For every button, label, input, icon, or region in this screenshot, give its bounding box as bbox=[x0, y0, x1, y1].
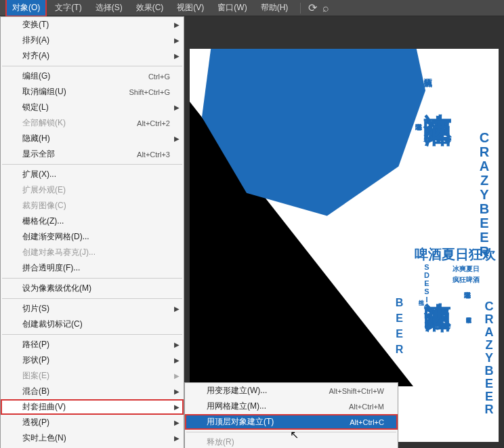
menu-blend[interactable]: 混合(B)▶ bbox=[1, 384, 184, 399]
menu-hide[interactable]: 隐藏(H)▶ bbox=[1, 131, 184, 146]
menu-perspective[interactable]: 透视(P)▶ bbox=[1, 415, 184, 430]
submenu-arrow-icon: ▶ bbox=[174, 419, 180, 426]
menu-label: 路径(P) bbox=[22, 339, 49, 350]
submenu-arrow-icon: ▶ bbox=[174, 21, 180, 28]
submenu-arrow-icon: ▶ bbox=[174, 403, 180, 411]
submenu-arrow-icon: ▶ bbox=[174, 104, 180, 111]
toolbar-icons: ⟳ ⌕ bbox=[308, 3, 331, 13]
menu-expand-appearance: 扩展外观(E) bbox=[1, 182, 184, 198]
menu-window[interactable]: 窗口(W) bbox=[212, 0, 252, 16]
menu-label: 实时上色(N) bbox=[22, 432, 66, 444]
cursor-icon: ↖ bbox=[290, 428, 299, 441]
menubar-separator bbox=[300, 3, 301, 14]
menu-unlock-all: 全部解锁(K)Alt+Ctrl+2 bbox=[1, 115, 184, 131]
sync-icon[interactable]: ⟳ bbox=[308, 3, 317, 13]
menu-separator bbox=[2, 66, 182, 66]
menu-separator bbox=[2, 164, 182, 165]
menu-label: 锁定(L) bbox=[22, 102, 49, 113]
menu-show-all[interactable]: 显示全部Alt+Ctrl+3 bbox=[1, 146, 184, 162]
menu-path[interactable]: 路径(P)▶ bbox=[1, 337, 184, 352]
shortcut: Alt+Ctrl+3 bbox=[137, 150, 170, 159]
menu-label: 形状(P) bbox=[22, 354, 49, 366]
menu-flatten-transparency[interactable]: 拼合透明度(F)... bbox=[1, 260, 184, 276]
menu-gradient-mesh[interactable]: 创建渐变网格(D)... bbox=[1, 229, 184, 245]
menu-label: 裁剪图像(C) bbox=[22, 200, 66, 211]
menu-label: 全部解锁(K) bbox=[22, 117, 66, 129]
menu-label: 用顶层对象建立(T) bbox=[207, 416, 274, 428]
menu-pixel-perfect[interactable]: 设为像素级优化(M) bbox=[1, 281, 184, 296]
menu-label: 创建对象马赛克(J)... bbox=[22, 247, 96, 258]
art-text-crazy2: 疯狂啤酒 bbox=[453, 275, 480, 285]
art-text-beerv: BEER bbox=[393, 297, 405, 359]
menu-effect[interactable]: 效果(C) bbox=[131, 0, 169, 16]
shortcut: Ctrl+G bbox=[148, 73, 170, 81]
menu-label: 用变形建立(W)... bbox=[207, 385, 267, 396]
shortcut: Alt+Ctrl+M bbox=[349, 403, 384, 411]
menu-select[interactable]: 选择(S) bbox=[90, 0, 128, 16]
object-menu-dropdown: 变换(T)▶ 排列(A)▶ 对齐(A)▶ 编组(G)Ctrl+G 取消编组(U)… bbox=[0, 16, 184, 448]
menu-label: 排列(A) bbox=[22, 35, 49, 46]
menu-expand[interactable]: 扩展(X)... bbox=[1, 167, 184, 182]
menu-label: 扩展(X)... bbox=[22, 169, 56, 180]
submenu-arrow-icon: ▶ bbox=[174, 388, 180, 395]
submenu-arrow-icon: ▶ bbox=[174, 37, 180, 44]
menu-label: 拼合透明度(F)... bbox=[22, 262, 80, 274]
menu-label: 变换(T) bbox=[22, 19, 49, 30]
menu-text[interactable]: 文字(T) bbox=[49, 0, 87, 16]
menu-label: 创建裁切标记(C) bbox=[22, 319, 83, 330]
menu-trim-marks[interactable]: 创建裁切标记(C) bbox=[1, 317, 184, 332]
submenu-arrow-icon: ▶ bbox=[174, 434, 180, 442]
menu-arrange[interactable]: 排列(A)▶ bbox=[1, 33, 184, 48]
shortcut: Alt+Ctrl+C bbox=[350, 418, 384, 426]
menu-live-paint[interactable]: 实时上色(N)▶ bbox=[1, 430, 184, 446]
submenu-make-warp[interactable]: 用变形建立(W)...Alt+Shift+Ctrl+W bbox=[185, 383, 398, 399]
menu-view[interactable]: 视图(V) bbox=[171, 0, 209, 16]
menu-label: 用网格建立(M)... bbox=[207, 401, 266, 412]
submenu-arrow-icon: ▶ bbox=[174, 357, 180, 364]
menu-label: 编组(G) bbox=[22, 70, 50, 82]
menu-align[interactable]: 对齐(A)▶ bbox=[1, 48, 184, 64]
menu-label: 设为像素级优化(M) bbox=[22, 283, 91, 294]
art-text-bigcool2: 冰爽啤酒 bbox=[419, 281, 457, 283]
submenu-arrow-icon: ▶ bbox=[174, 52, 180, 60]
menu-label: 扩展外观(E) bbox=[22, 184, 66, 196]
menu-envelope-distort[interactable]: 封套扭曲(V)▶ bbox=[1, 399, 184, 415]
menu-pattern: 图案(E)▶ bbox=[1, 368, 184, 384]
menu-separator bbox=[2, 334, 182, 335]
menu-ungroup[interactable]: 取消编组(U)Shift+Ctrl+G bbox=[1, 84, 184, 100]
shortcut: Alt+Ctrl+2 bbox=[137, 119, 170, 127]
menubar: 对象(O) 文字(T) 选择(S) 效果(C) 视图(V) 窗口(W) 帮助(H… bbox=[0, 0, 504, 16]
menu-object-mosaic: 创建对象马赛克(J)... bbox=[1, 245, 184, 260]
menu-label: 图案(E) bbox=[22, 370, 49, 382]
menu-slice[interactable]: 切片(S)▶ bbox=[1, 301, 184, 317]
menu-group[interactable]: 编组(G)Ctrl+G bbox=[1, 68, 184, 84]
search-icon[interactable]: ⌕ bbox=[321, 3, 331, 13]
menu-rasterize[interactable]: 栅格化(Z)... bbox=[1, 213, 184, 229]
art-text-summer2: 啤酒夏日狂欢 bbox=[415, 245, 496, 264]
menu-label: 显示全部 bbox=[22, 148, 55, 160]
menu-label: 取消编组(U) bbox=[22, 86, 66, 98]
submenu-arrow-icon: ▶ bbox=[174, 135, 180, 142]
menu-label: 混合(B) bbox=[22, 386, 49, 397]
art-text-sdesign2: SDESIGN bbox=[423, 263, 431, 320]
menu-label: 栅格化(Z)... bbox=[22, 216, 64, 227]
menu-label: 封套扭曲(V) bbox=[22, 401, 66, 413]
menu-lock[interactable]: 锁定(L)▶ bbox=[1, 100, 184, 115]
menu-label: 释放(R) bbox=[207, 436, 234, 448]
menu-help[interactable]: 帮助(H) bbox=[255, 0, 294, 16]
menu-label: 切片(S) bbox=[22, 303, 49, 314]
menu-object[interactable]: 对象(O) bbox=[5, 0, 47, 17]
shortcut: Shift+Ctrl+G bbox=[129, 88, 170, 96]
menu-shape[interactable]: 形状(P)▶ bbox=[1, 352, 184, 368]
menu-label: 隐藏(H) bbox=[22, 133, 50, 144]
menu-label: 创建渐变网格(D)... bbox=[22, 231, 89, 243]
submenu-arrow-icon: ▶ bbox=[174, 372, 180, 380]
shortcut: Alt+Shift+Ctrl+W bbox=[329, 387, 384, 395]
submenu-make-mesh[interactable]: 用网格建立(M)...Alt+Ctrl+M bbox=[185, 399, 398, 414]
submenu-arrow-icon: ▶ bbox=[174, 341, 180, 348]
submenu-make-top-object[interactable]: 用顶层对象建立(T)Alt+Ctrl+C bbox=[185, 414, 398, 430]
menu-transform[interactable]: 变换(T)▶ bbox=[1, 17, 184, 33]
submenu-arrow-icon: ▶ bbox=[174, 305, 180, 312]
menu-label: 透视(P) bbox=[22, 417, 49, 428]
menu-separator bbox=[2, 298, 182, 299]
